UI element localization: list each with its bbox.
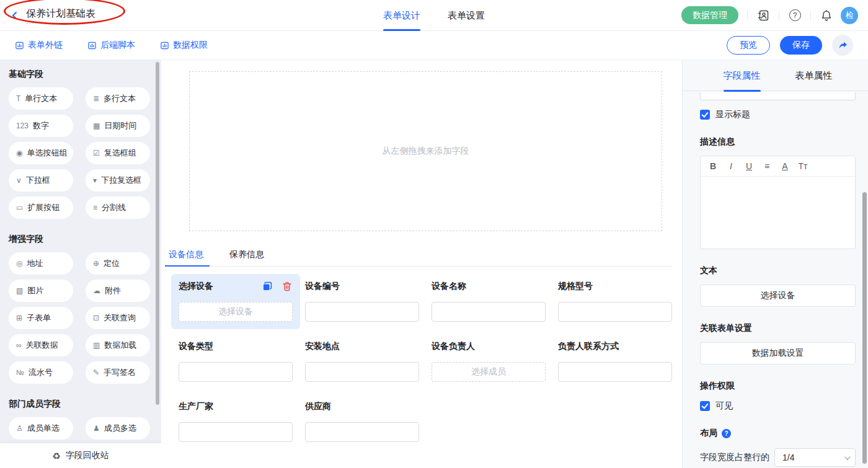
header-left: 保养计划基础表	[10, 7, 95, 24]
sidebar-field-pill[interactable]: ≡ 分割线	[86, 196, 150, 219]
sidebar-field-pill[interactable]: T 单行文本	[9, 87, 73, 110]
field-recycle-bin[interactable]: ♻ 字段回收站	[0, 443, 161, 468]
field-pill-label: 分割线	[102, 202, 126, 213]
form-field-cell[interactable]: 生产厂家	[179, 400, 293, 442]
data-manage-button[interactable]: 数据管理	[681, 6, 738, 24]
chevron-down-icon	[844, 454, 851, 460]
sidebar-field-pill[interactable]: ☁ 附件	[86, 280, 150, 302]
form-title[interactable]: 保养计划基础表	[26, 7, 95, 24]
sidebar-field-pill[interactable]: ☑ 复选框组	[86, 142, 150, 164]
duplicate-field-icon[interactable]	[262, 281, 273, 292]
sidebar-field-pill[interactable]: ♟ 成员多选	[86, 417, 150, 439]
user-avatar[interactable]: 检	[841, 7, 858, 24]
sidebar-field-pill[interactable]: ⊞ 子表单	[9, 307, 73, 329]
sidebar-field-pill[interactable]: ✎ 手写签名	[86, 361, 150, 384]
sidebar-field-pill[interactable]: ▧ 图片	[9, 280, 73, 302]
visible-label: 可见	[715, 400, 733, 412]
italic-icon[interactable]: I	[726, 162, 736, 170]
sidebar-field-pill[interactable]: 123 数字	[9, 115, 73, 137]
delete-field-icon[interactable]	[281, 281, 293, 292]
form-field-cell[interactable]: 负责人联系方式	[558, 340, 672, 382]
checkbox-checked-icon[interactable]	[700, 110, 710, 120]
divider	[779, 11, 779, 20]
field-head: 供应商	[305, 400, 419, 413]
share-button[interactable]	[832, 35, 853, 56]
field-pill-label: 日期时间	[104, 120, 136, 131]
layout-help-icon[interactable]: ?	[722, 429, 731, 438]
bold-icon[interactable]: B	[708, 162, 718, 170]
panel-tab[interactable]: 字段属性	[724, 60, 761, 91]
field-input[interactable]	[558, 362, 672, 382]
sidebar-field-pill[interactable]: ◎ 地址	[9, 252, 73, 275]
field-pill-label: 图片	[27, 285, 43, 296]
field-input[interactable]	[179, 362, 293, 382]
form-field-cell[interactable]: 设备负责人 选择成员	[432, 340, 546, 382]
toolbar-links: 表单外链 后端脚本 数据权限	[15, 40, 208, 51]
toolbar-link[interactable]: 后端脚本	[87, 40, 135, 51]
visible-checkbox-row[interactable]: 可见	[700, 400, 856, 412]
canvas-tab[interactable]: 保养信息	[226, 244, 270, 266]
rich-editor-toolbar: B I U ≡ A Tᴛ	[701, 156, 855, 177]
form-field-cell[interactable]: 设备名称	[432, 280, 546, 322]
data-load-settings-button[interactable]: 数据加载设置	[700, 342, 856, 364]
font-color-icon[interactable]: A	[780, 162, 790, 170]
field-input[interactable]	[305, 422, 419, 442]
field-dropzone[interactable]: 从左侧拖拽来添加字段	[189, 71, 662, 231]
enhanced-fields-grid: ◎ 地址 ⊕ 定位 ▧ 图片 ☁ 附件	[9, 252, 161, 384]
underline-icon[interactable]: U	[744, 162, 754, 170]
sidebar-field-pill[interactable]: ⊕ 定位	[86, 252, 150, 275]
description-editor-body[interactable]	[701, 177, 855, 249]
sidebar-field-pill[interactable]: ▾ 下拉复选框	[86, 169, 150, 192]
notification-bell-icon[interactable]	[820, 9, 833, 22]
field-head: 选择设备	[179, 280, 293, 293]
back-icon[interactable]	[10, 11, 20, 20]
field-input[interactable]: 选择成员	[432, 362, 546, 382]
field-input[interactable]	[432, 302, 546, 322]
preview-button[interactable]: 预览	[727, 36, 770, 55]
checkbox-checked-icon[interactable]	[700, 401, 710, 411]
field-input[interactable]: 选择设备	[179, 302, 293, 322]
strikethrough-icon[interactable]: ≡	[762, 162, 772, 170]
sidebar-field-pill[interactable]: ∞ 关联数据	[9, 334, 73, 356]
description-section-title: 描述信息	[700, 136, 856, 148]
sidebar-field-pill[interactable]: № 流水号	[9, 361, 73, 384]
header-tab[interactable]: 表单设置	[448, 0, 485, 31]
form-field-cell[interactable]: 选择设备 选择设备	[171, 274, 300, 329]
field-input[interactable]	[305, 362, 419, 382]
sidebar-field-pill[interactable]: ◉ 单选按钮组	[9, 142, 73, 164]
font-size-icon[interactable]: Tᴛ	[798, 162, 808, 170]
divider-line-icon: ≡	[93, 204, 97, 211]
sidebar-field-pill[interactable]: ≣ 多行文本	[86, 87, 150, 110]
sidebar-field-pill[interactable]: ⊡ 关联查询	[86, 307, 150, 329]
sidebar-scrollbar-thumb[interactable]	[156, 62, 159, 405]
form-field-cell[interactable]: 规格型号	[558, 280, 672, 322]
show-title-checkbox-row[interactable]: 显示标题	[700, 109, 856, 120]
contact-book-icon[interactable]	[756, 9, 770, 22]
header-tab[interactable]: 表单设计	[383, 0, 420, 31]
field-input[interactable]	[179, 422, 293, 442]
sidebar-field-pill[interactable]: ♙ 成员单选	[9, 417, 73, 439]
field-width-select[interactable]: 1/4	[774, 448, 856, 467]
form-field-cell[interactable]: 供应商	[305, 400, 419, 442]
field-label: 生产厂家	[179, 401, 213, 412]
panel-tab[interactable]: 表单属性	[795, 60, 833, 91]
layout-section-title-row: 布局 ?	[700, 428, 856, 439]
toolbar-link[interactable]: 数据权限	[160, 40, 208, 51]
form-field-cell[interactable]: 设备类型	[179, 340, 293, 382]
save-button[interactable]: 保存	[780, 36, 822, 55]
field-title-input-cropped[interactable]	[700, 92, 856, 100]
sidebar-field-pill[interactable]: ∨ 下拉框	[9, 169, 73, 192]
sidebar-field-pill[interactable]: ▭ 扩展按钮	[9, 196, 73, 219]
form-field-cell[interactable]: 安装地点	[305, 340, 419, 382]
panel-scrollbar-thumb[interactable]	[862, 192, 867, 464]
form-field-cell[interactable]: 设备编号	[305, 280, 419, 322]
canvas-tab[interactable]: 设备信息	[165, 244, 210, 266]
select-device-button[interactable]: 选择设备	[700, 285, 856, 307]
field-input[interactable]	[305, 302, 419, 322]
field-input[interactable]	[558, 302, 672, 322]
sidebar-field-pill[interactable]: ▥ 数据加载	[86, 334, 150, 356]
toolbar-link[interactable]: 表单外链	[15, 40, 63, 51]
help-icon[interactable]: ?	[788, 9, 802, 22]
sidebar-field-pill[interactable]: ▦ 日期时间	[86, 115, 150, 137]
permission-section-title: 操作权限	[700, 381, 856, 392]
